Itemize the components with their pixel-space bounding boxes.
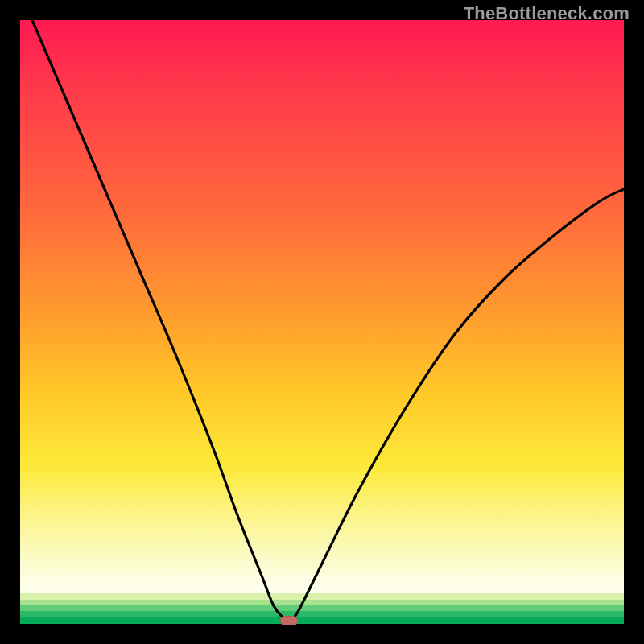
chart-frame: TheBottleneck.com: [0, 0, 644, 644]
plot-area: [20, 20, 624, 624]
minimum-marker: [280, 616, 298, 625]
bottleneck-curve: [20, 20, 624, 624]
